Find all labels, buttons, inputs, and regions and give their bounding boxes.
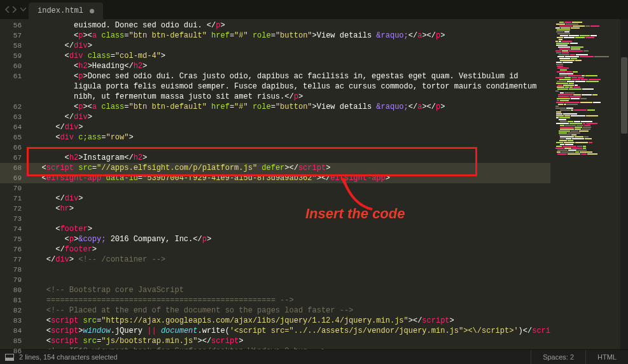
tab-index-html[interactable]: index.html bbox=[29, 3, 103, 19]
code-line: <!-- Placed at the end of the document s… bbox=[28, 305, 550, 316]
code-line: <div c;ass="row"> bbox=[28, 132, 550, 143]
line-number: 77 bbox=[0, 255, 28, 265]
code-line: <hr> bbox=[28, 204, 550, 214]
code-line: <script src="js/bootstrap.min.js"></scri… bbox=[28, 336, 550, 346]
line-number: 76 bbox=[0, 244, 28, 255]
tab-bar: index.html bbox=[0, 0, 628, 19]
line-number bbox=[0, 92, 28, 102]
code-line: <!-- Bootstrap core JavaScript bbox=[28, 285, 550, 295]
status-bar: 2 lines, 154 characters selected Spaces:… bbox=[0, 349, 628, 364]
line-number-gutter: 5657585960616263646566676869707172737475… bbox=[0, 19, 28, 349]
line-number: 67 bbox=[0, 153, 28, 163]
line-number: 72 bbox=[0, 204, 28, 214]
code-line: <p>Donec sed odio dui. Cras justo odio, … bbox=[28, 71, 550, 81]
line-number: 80 bbox=[0, 285, 28, 295]
code-line: <p>&copy; 2016 Company, Inc.</p> bbox=[28, 234, 550, 244]
line-number: 62 bbox=[0, 102, 28, 112]
code-line: ligula porta felis euismod semper. Fusce… bbox=[28, 81, 550, 92]
line-number: 56 bbox=[0, 20, 28, 31]
line-number bbox=[0, 81, 28, 92]
code-line: euismod. Donec sed odio dui. </p> bbox=[28, 20, 550, 31]
line-number: 60 bbox=[0, 61, 28, 71]
code-line: <footer> bbox=[28, 224, 550, 234]
line-number: 85 bbox=[0, 336, 28, 346]
code-line: </div> bbox=[28, 112, 550, 122]
line-number: 75 bbox=[0, 234, 28, 244]
line-number: 78 bbox=[0, 265, 28, 275]
line-number: 57 bbox=[0, 31, 28, 41]
code-line: <p><a class="btn btn-default" href="#" r… bbox=[28, 102, 550, 112]
code-line: <!-- IE10 viewport hack for Surface/desk… bbox=[28, 346, 550, 349]
code-line: </div> bbox=[28, 41, 550, 51]
code-line: <script src="https://ajax.googleapis.com… bbox=[28, 316, 550, 326]
line-number: 66 bbox=[0, 143, 28, 153]
line-number: 65 bbox=[0, 132, 28, 143]
line-number: 64 bbox=[0, 122, 28, 132]
scroll-thumb[interactable] bbox=[621, 57, 627, 134]
code-line bbox=[28, 265, 550, 275]
tab-dirty-indicator bbox=[90, 9, 94, 13]
code-line: </div> bbox=[28, 122, 550, 132]
tab-nav-arrows bbox=[3, 6, 29, 13]
line-number: 74 bbox=[0, 224, 28, 234]
selection-info[interactable]: 2 lines, 154 characters selected bbox=[18, 353, 531, 361]
line-number: 61 bbox=[0, 71, 28, 81]
code-line: <h2>Instagram</h2> bbox=[28, 153, 550, 163]
minimap[interactable] bbox=[550, 19, 620, 349]
code-line: </div> <!-- /container --> bbox=[28, 255, 550, 265]
code-line bbox=[28, 275, 550, 285]
line-number: 73 bbox=[0, 214, 28, 224]
line-number: 58 bbox=[0, 41, 28, 51]
code-line: <script>window.jQuery || document.write(… bbox=[28, 326, 550, 336]
line-number: 68 bbox=[0, 163, 28, 173]
code-line bbox=[28, 183, 550, 193]
line-number: 81 bbox=[0, 295, 28, 305]
code-line bbox=[28, 214, 550, 224]
code-line: <p><a class="btn btn-default" href="#" r… bbox=[28, 31, 550, 41]
line-number: 86 bbox=[0, 346, 28, 356]
nav-dropdown-icon[interactable] bbox=[20, 8, 26, 11]
code-line: ···<elfsight-app·data-id="539b7004-f929-… bbox=[28, 173, 550, 183]
code-line: ========================================… bbox=[28, 295, 550, 305]
line-number: 59 bbox=[0, 51, 28, 61]
code-line: </footer> bbox=[28, 244, 550, 255]
code-line bbox=[28, 143, 550, 153]
code-line: ···<script·src="//apps.elfsight.com/p/pl… bbox=[28, 163, 550, 173]
nav-right-icon[interactable] bbox=[11, 6, 17, 13]
editor-area: 5657585960616263646566676869707172737475… bbox=[0, 19, 628, 349]
line-number: 63 bbox=[0, 112, 28, 122]
tab-title: index.html bbox=[38, 6, 83, 15]
scrollbar-vertical[interactable] bbox=[620, 19, 628, 349]
line-number: 84 bbox=[0, 326, 28, 336]
line-number: 79 bbox=[0, 275, 28, 285]
line-number: 71 bbox=[0, 193, 28, 204]
line-number: 69 bbox=[0, 173, 28, 183]
svg-rect-1 bbox=[6, 358, 14, 361]
code-content[interactable]: euismod. Donec sed odio dui. </p> <p><a … bbox=[28, 19, 550, 349]
line-number: 70 bbox=[0, 183, 28, 193]
line-number: 83 bbox=[0, 316, 28, 326]
nav-left-icon[interactable] bbox=[5, 6, 10, 13]
status-indent[interactable]: Spaces: 2 bbox=[531, 350, 585, 364]
line-number: 82 bbox=[0, 305, 28, 316]
code-line: <div class="col-md-4"> bbox=[28, 51, 550, 61]
code-line: <h2>Heading</h2> bbox=[28, 61, 550, 71]
code-line: nibh, ut fermentum massa justo sit amet … bbox=[28, 92, 550, 102]
status-syntax[interactable]: HTML bbox=[585, 350, 628, 364]
code-line: </div> bbox=[28, 193, 550, 204]
